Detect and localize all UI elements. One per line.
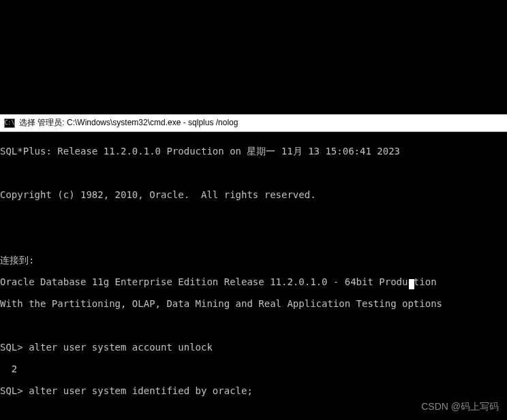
terminal-line: SQL> alter user system account unlock [0, 342, 507, 353]
terminal-line [0, 167, 507, 178]
window-titlebar[interactable]: C:\ 选择 管理员: C:\Windows\system32\cmd.exe … [0, 114, 507, 132]
cmd-icon: C:\ [4, 118, 15, 128]
terminal-line [0, 320, 507, 331]
terminal-line: With the Partitioning, OLAP, Data Mining… [0, 298, 507, 309]
terminal-line: SQL*Plus: Release 11.2.0.1.0 Production … [0, 146, 507, 157]
terminal-line: Copyright (c) 1982, 2010, Oracle. All ri… [0, 189, 507, 200]
terminal-line: Oracle Database 11g Enterprise Edition R… [0, 276, 507, 287]
terminal-line [0, 211, 507, 222]
terminal-line: 连接到: [0, 255, 507, 265]
cursor-icon [409, 279, 414, 289]
terminal-line: SQL> alter user system identified by ora… [0, 385, 507, 396]
terminal-line: 2 [0, 364, 507, 374]
watermark-text: CSDN @码上写码 [421, 401, 499, 413]
terminal-line [0, 233, 507, 244]
terminal-output[interactable]: SQL*Plus: Release 11.2.0.1.0 Production … [0, 132, 507, 420]
top-black-area [0, 0, 507, 114]
cmd-icon-text: C:\ [5, 120, 14, 126]
window-title: 选择 管理员: C:\Windows\system32\cmd.exe - sq… [19, 117, 238, 129]
